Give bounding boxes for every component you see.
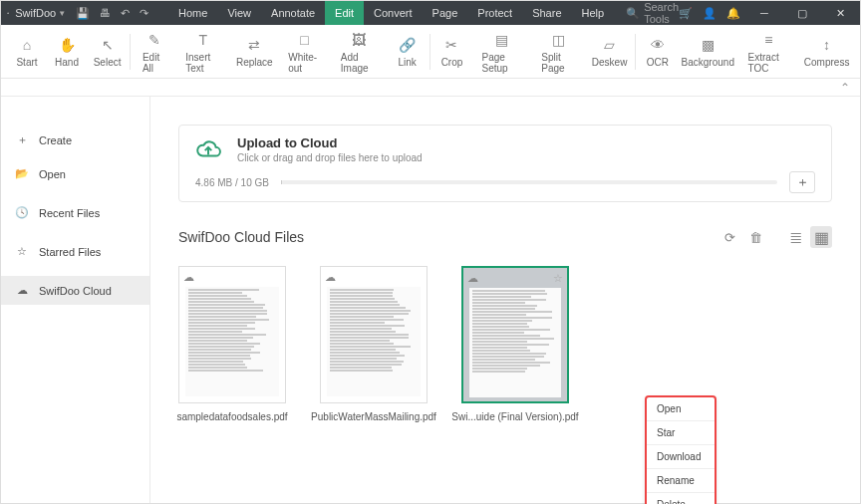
- cloud-icon: ☁: [325, 271, 336, 284]
- menu-annotate[interactable]: Annotate: [261, 1, 325, 25]
- ribbon-page-setup[interactable]: ▤Page Setup: [471, 26, 531, 78]
- ribbon-crop[interactable]: ✂Crop: [431, 31, 471, 72]
- main-area: ＋Create📂Open🕓Recent Files☆Starred Files☁…: [1, 97, 860, 503]
- open-icon: 📂: [15, 167, 29, 180]
- close-button[interactable]: ✕: [826, 7, 854, 20]
- menu-view[interactable]: View: [217, 1, 261, 25]
- quick-access: 💾 🖶 ↶ ↷: [76, 7, 148, 20]
- collapse-panel-icon[interactable]: ⌃: [840, 81, 850, 95]
- file-name: PublicWaterMassMailing.pdf: [311, 411, 436, 422]
- context-delete[interactable]: Delete: [647, 493, 715, 504]
- ribbon-label: Link: [399, 57, 417, 68]
- cloud-upload-icon: [195, 136, 221, 162]
- trash-icon[interactable]: 🗑: [749, 230, 762, 245]
- grid-view-button[interactable]: ▦: [810, 226, 832, 248]
- ribbon-add-image[interactable]: 🖼Add Image: [331, 26, 388, 78]
- ribbon-extract-toc[interactable]: ≡Extract TOC: [738, 26, 800, 78]
- menu-convert[interactable]: Convert: [364, 1, 423, 25]
- swifdoo-cloud-icon: ☁: [15, 284, 29, 297]
- sidebar-item-label: Starred Files: [39, 246, 101, 258]
- context-open[interactable]: Open: [647, 397, 715, 421]
- ribbon-select[interactable]: ↖Select: [87, 31, 128, 72]
- ribbon-link[interactable]: 🔗Link: [388, 31, 428, 72]
- ribbon-white-out[interactable]: □White-out: [278, 26, 331, 78]
- sidebar-item-swifdoo-cloud[interactable]: ☁SwifDoo Cloud: [1, 276, 149, 305]
- document-preview: [327, 287, 421, 396]
- file-thumbnail[interactable]: ☁: [178, 266, 286, 403]
- context-rename[interactable]: Rename: [647, 469, 715, 493]
- file-thumbnail[interactable]: ☁: [320, 266, 428, 403]
- context-download[interactable]: Download: [647, 445, 715, 469]
- ribbon-edit-all[interactable]: ✎Edit All: [133, 26, 175, 78]
- file-grid: ☁sampledatafoodsales.pdf☁PublicWaterMass…: [178, 266, 832, 422]
- cloud-icon: ☁: [183, 271, 194, 284]
- sidebar-item-label: SwifDoo Cloud: [39, 285, 112, 297]
- file-card[interactable]: ☁☆Swi...uide (Final Version).pdf: [461, 266, 569, 422]
- menu-share[interactable]: Share: [522, 1, 571, 25]
- ribbon-divider: [635, 34, 636, 70]
- document-preview: [469, 288, 561, 397]
- ribbon-label: Split Page: [541, 52, 576, 74]
- file-card[interactable]: ☁sampledatafoodsales.pdf: [178, 266, 286, 422]
- ribbon-replace[interactable]: ⇄Replace: [230, 31, 278, 72]
- ribbon-toolbar: ⌂Start✋Hand↖Select✎Edit AllTInsert Text⇄…: [1, 25, 860, 79]
- ribbon-start[interactable]: ⌂Start: [7, 31, 47, 72]
- ribbon-ocr[interactable]: 👁OCR: [638, 31, 678, 72]
- background-icon: ▩: [702, 35, 715, 55]
- app-window: SwifDoo ▼ 💾 🖶 ↶ ↷ HomeViewAnnotateEditCo…: [0, 0, 861, 504]
- replace-icon: ⇄: [248, 35, 260, 55]
- undo-icon[interactable]: ↶: [121, 7, 130, 20]
- redo-icon[interactable]: ↷: [140, 7, 148, 20]
- sidebar-item-create[interactable]: ＋Create: [1, 125, 149, 155]
- print-icon[interactable]: 🖶: [100, 7, 111, 19]
- add-storage-button[interactable]: ＋: [789, 171, 815, 193]
- bell-icon[interactable]: 🔔: [726, 7, 740, 20]
- dropdown-icon[interactable]: ▼: [58, 9, 66, 18]
- extract-toc-icon: ≡: [764, 30, 772, 50]
- sidebar-item-label: Recent Files: [39, 207, 100, 219]
- search-placeholder: Search Tools: [644, 1, 679, 25]
- maximize-button[interactable]: ▢: [788, 7, 816, 20]
- ribbon-compress[interactable]: ↕Compress: [799, 31, 854, 72]
- sidebar-item-open[interactable]: 📂Open: [1, 159, 149, 188]
- sidebar-item-recent-files[interactable]: 🕓Recent Files: [1, 198, 149, 227]
- save-icon[interactable]: 💾: [76, 7, 90, 20]
- menu-page[interactable]: Page: [423, 1, 468, 25]
- file-thumbnail[interactable]: ☁☆: [461, 266, 569, 403]
- start-icon: ⌂: [23, 35, 31, 55]
- ribbon-deskew[interactable]: ▱Deskew: [586, 31, 633, 72]
- menu-protect[interactable]: Protect: [467, 1, 522, 25]
- cloud-icon: ☁: [467, 272, 478, 285]
- minimize-button[interactable]: ─: [750, 7, 778, 19]
- ribbon-background[interactable]: ▩Background: [678, 31, 738, 72]
- context-star[interactable]: Star: [647, 421, 715, 445]
- storage-progress: [281, 180, 777, 184]
- sidebar-item-starred-files[interactable]: ☆Starred Files: [1, 237, 149, 266]
- cart-icon[interactable]: 🛒: [679, 7, 693, 20]
- sidebar: ＋Create📂Open🕓Recent Files☆Starred Files☁…: [1, 97, 150, 503]
- menu-edit[interactable]: Edit: [325, 1, 364, 25]
- refresh-icon[interactable]: ⟳: [724, 230, 735, 245]
- ribbon-label: OCR: [647, 57, 669, 68]
- deskew-icon: ▱: [604, 35, 615, 55]
- search-tools[interactable]: 🔍 Search Tools: [626, 1, 679, 25]
- star-icon[interactable]: ☆: [553, 272, 563, 285]
- user-icon[interactable]: 👤: [703, 7, 717, 20]
- ribbon-label: Add Image: [341, 52, 378, 74]
- file-name: Swi...uide (Final Version).pdf: [451, 411, 578, 422]
- file-card[interactable]: ☁PublicWaterMassMailing.pdf: [320, 266, 428, 422]
- ribbon-split-page[interactable]: ◫Split Page: [531, 26, 586, 78]
- menu-home[interactable]: Home: [168, 1, 217, 25]
- upload-subtitle: Click or drag and drop files here to upl…: [237, 152, 423, 163]
- ribbon-label: Insert Text: [185, 52, 220, 74]
- app-name: SwifDoo: [15, 7, 56, 19]
- ribbon-insert-text[interactable]: TInsert Text: [175, 26, 230, 78]
- list-view-button[interactable]: ≣: [784, 226, 806, 248]
- create-icon: ＋: [15, 132, 29, 147]
- ribbon-hand[interactable]: ✋Hand: [47, 31, 87, 72]
- section-title: SwifDoo Cloud Files: [178, 229, 304, 245]
- upload-card[interactable]: Upload to Cloud Click or drag and drop f…: [178, 125, 832, 202]
- menu-help[interactable]: Help: [572, 1, 615, 25]
- search-icon: 🔍: [626, 7, 640, 20]
- content-area: Upload to Cloud Click or drag and drop f…: [150, 97, 860, 503]
